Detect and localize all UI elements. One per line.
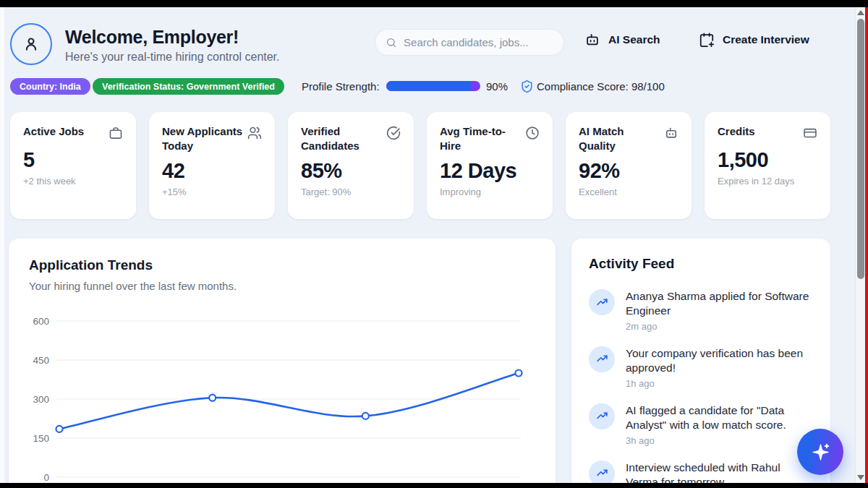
profile-strength-fill xyxy=(386,81,471,91)
window-left-edge xyxy=(0,7,4,483)
stat-value: 1,500 xyxy=(718,148,817,172)
profile-strength-label: Profile Strength: xyxy=(302,80,380,93)
clock-icon xyxy=(525,126,540,143)
page-title: Welcome, Employer! xyxy=(65,27,239,48)
stat-value: 12 Days xyxy=(440,159,540,183)
svg-text:600: 600 xyxy=(33,316,49,327)
create-interview-button[interactable]: Create Interview xyxy=(699,32,809,48)
trends-subtitle: Your hiring funnel over the last few mon… xyxy=(29,280,535,292)
avatar[interactable] xyxy=(10,23,52,65)
ai-search-label: AI Search xyxy=(608,33,660,46)
stat-card-credits: Credits 1,500 Expires in 12 days xyxy=(705,112,830,219)
stat-sub: Improving xyxy=(440,187,540,197)
stat-label: Active Jobs xyxy=(23,124,84,139)
check-circle-icon xyxy=(386,126,401,143)
scrollbar-down-arrow[interactable] xyxy=(857,475,864,480)
svg-text:300: 300 xyxy=(33,394,49,405)
users-icon xyxy=(247,126,262,143)
feed-time: 3h ago xyxy=(626,435,813,446)
stat-sub: Expires in 12 days xyxy=(718,176,817,187)
activity-feed-panel: Activity Feed Ananya Sharma applied for … xyxy=(571,239,830,488)
stat-card-active-jobs: Active Jobs 5 +2 this week xyxy=(10,112,136,219)
create-interview-label: Create Interview xyxy=(723,33,809,46)
stat-label: New Applicants Today xyxy=(162,124,246,154)
trends-chart: 0150300450600 xyxy=(26,307,525,488)
stat-value: 85% xyxy=(301,159,401,183)
briefcase-icon xyxy=(109,126,123,143)
feed-text: Ananya Sharma applied for Software Engin… xyxy=(626,289,813,319)
stat-label: Credits xyxy=(718,124,755,139)
stat-sub: +2 this week xyxy=(23,176,123,187)
calendar-plus-icon xyxy=(699,32,715,48)
stat-sub: Excellent xyxy=(579,187,678,197)
stat-value: 42 xyxy=(162,159,262,183)
feed-text: Your company verification has been appro… xyxy=(626,346,813,376)
trending-up-icon xyxy=(589,403,615,429)
bot-icon xyxy=(584,32,600,48)
activity-feed-list: Ananya Sharma applied for Software Engin… xyxy=(589,289,813,488)
stat-value: 92% xyxy=(579,159,678,183)
country-badge: Country: India xyxy=(10,78,90,95)
svg-text:450: 450 xyxy=(33,355,49,366)
feed-item: AI flagged a candidate for "Data Analyst… xyxy=(589,403,813,446)
stat-value: 5 xyxy=(23,148,123,172)
profile-strength-percent: 90% xyxy=(486,80,508,93)
letterbox-bottom xyxy=(0,483,868,488)
window-right-edge xyxy=(865,7,868,483)
scrollbar-thumb[interactable] xyxy=(857,19,864,279)
user-icon xyxy=(21,34,41,54)
ai-search-button[interactable]: AI Search xyxy=(584,32,660,48)
trends-title: Application Trends xyxy=(29,257,535,273)
stat-label: Avg Time-to-Hire xyxy=(440,124,524,154)
feed-item: Your company verification has been appro… xyxy=(589,346,813,389)
search-icon xyxy=(386,36,397,49)
svg-text:0: 0 xyxy=(43,472,49,483)
stat-label: AI Match Quality xyxy=(579,124,663,154)
stat-sub: +15% xyxy=(162,187,262,197)
stat-card-ai-match-quality: AI Match Quality 92% Excellent xyxy=(566,112,692,219)
feed-time: 2m ago xyxy=(626,321,813,332)
feed-text: AI flagged a candidate for "Data Analyst… xyxy=(626,403,813,433)
trending-up-icon xyxy=(589,346,615,372)
application-trends-panel: Application Trends Your hiring funnel ov… xyxy=(9,239,556,488)
sparkles-icon xyxy=(811,442,830,462)
scrollbar-up-arrow[interactable] xyxy=(857,10,864,15)
activity-title: Activity Feed xyxy=(589,256,813,272)
stat-card-time-to-hire: Avg Time-to-Hire 12 Days Improving xyxy=(427,112,553,219)
ai-assistant-fab[interactable] xyxy=(797,429,843,475)
svg-text:150: 150 xyxy=(33,433,49,444)
compliance-score: Compliance Score: 98/100 xyxy=(537,80,665,93)
stat-sub: Target: 90% xyxy=(301,187,401,197)
stat-card-verified-candidates: Verified Candidates 85% Target: 90% xyxy=(288,112,414,219)
page-subtitle: Here's your real-time hiring control cen… xyxy=(65,51,280,64)
bot-icon xyxy=(664,126,678,143)
search-bar[interactable] xyxy=(375,29,564,56)
shield-check-icon xyxy=(520,80,534,96)
trending-up-icon xyxy=(589,289,615,315)
search-input[interactable] xyxy=(404,36,553,48)
stat-label: Verified Candidates xyxy=(301,124,385,154)
profile-strength-bar xyxy=(386,81,480,91)
feed-time: 1h ago xyxy=(626,378,813,389)
credit-card-icon xyxy=(803,126,817,143)
letterbox-top xyxy=(0,0,868,7)
feed-item: Ananya Sharma applied for Software Engin… xyxy=(589,289,813,332)
verification-badge: Verification Status: Government Verified xyxy=(93,78,284,95)
stat-card-new-applicants: New Applicants Today 42 +15% xyxy=(149,112,275,219)
stats-row: Active Jobs 5 +2 this week New Applicant… xyxy=(10,112,830,219)
vertical-scrollbar[interactable] xyxy=(855,7,865,483)
